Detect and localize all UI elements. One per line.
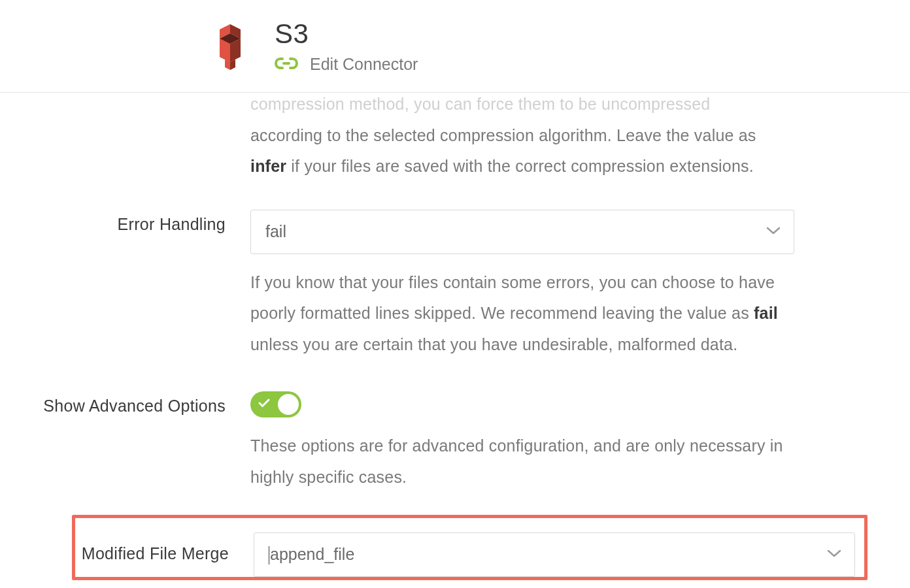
- error-handling-select[interactable]: fail: [250, 210, 794, 254]
- advanced-options-label: Show Advanced Options: [0, 395, 226, 417]
- advanced-options-toggle[interactable]: [250, 391, 301, 417]
- compression-help-text: compression method, you can force them t…: [250, 89, 794, 182]
- chevron-down-icon: [827, 549, 841, 561]
- chevron-down-icon: [766, 226, 781, 238]
- modified-file-merge-highlight: Modified File Merge append_file: [72, 515, 868, 580]
- s3-service-icon: [203, 19, 258, 74]
- page-header: S3 Edit Connector: [0, 0, 910, 93]
- link-icon: [275, 56, 298, 73]
- form-content: compression method, you can force them t…: [0, 91, 910, 580]
- page-title: S3: [275, 18, 418, 50]
- modified-file-merge-label: Modified File Merge: [75, 543, 229, 565]
- error-handling-label: Error Handling: [0, 214, 226, 236]
- advanced-options-help: These options are for advanced configura…: [250, 431, 794, 493]
- page-subtitle: Edit Connector: [310, 55, 418, 74]
- toggle-knob: [278, 394, 299, 415]
- modified-file-merge-select[interactable]: append_file: [254, 532, 855, 577]
- error-handling-help: If you know that your files contain some…: [250, 267, 794, 361]
- check-icon: [258, 399, 270, 410]
